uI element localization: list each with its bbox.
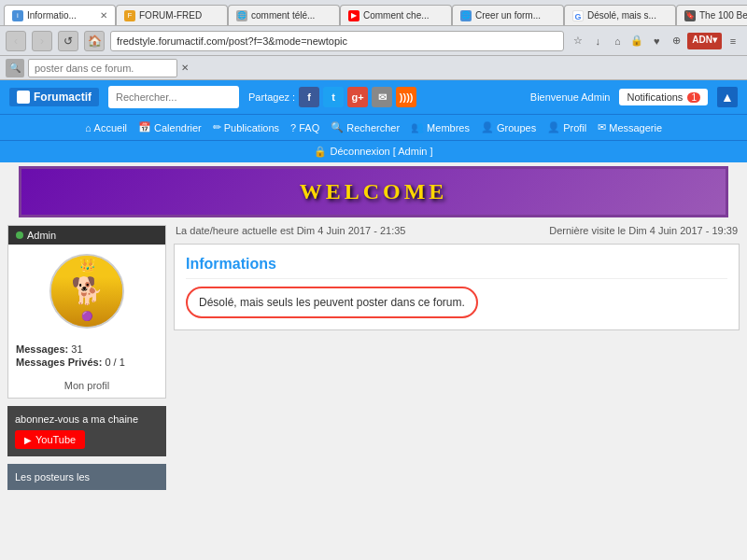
messagerie-icon: ✉ (598, 121, 606, 133)
notifications-label: Notifications (627, 91, 683, 103)
messagerie-label: Messagerie (609, 122, 662, 133)
messages-prives-label: Messages Privés: (16, 357, 102, 368)
sidebar-widget-1: abonnez-vous a ma chaine ▶ YouTube (7, 406, 166, 456)
twitter-button[interactable]: t (323, 87, 344, 107)
email-button[interactable]: ✉ (372, 87, 392, 107)
forum-logo[interactable]: Forumactif (9, 88, 99, 106)
avatar-container: 🐕 👑 🟣 (8, 245, 165, 338)
welcome-banner: WELCOME (19, 166, 728, 217)
tab-2[interactable]: F FORUM-FRED (116, 5, 228, 25)
bookmark-icon[interactable]: ☆ (570, 33, 586, 49)
profil-label: Profil (563, 122, 586, 133)
cape-detail: 🟣 (81, 311, 92, 321)
nav-faq[interactable]: ? FAQ (290, 122, 319, 133)
deconnexion-label: Déconnexion [ Admin ] (330, 146, 432, 157)
tab-title-4: Comment che... (363, 10, 430, 21)
lock-nav-icon: 🔒 (314, 146, 327, 157)
search-close-icon[interactable]: ✕ (181, 63, 189, 73)
nav-membres[interactable]: 👥 Membres (411, 121, 470, 133)
tab-5[interactable]: 🌐 Creer un form... (452, 5, 564, 25)
tab-3[interactable]: 🌐 comment télé... (228, 5, 340, 25)
tab-title-6: Désolé, mais s... (587, 10, 656, 21)
rechercher-label: Rechercher (346, 122, 400, 133)
home-addr-icon[interactable]: ⌂ (609, 33, 626, 49)
nav-sub: 🔒 Déconnexion [ Admin ] (0, 140, 747, 162)
info-title: Informations (186, 256, 727, 279)
search-input[interactable] (28, 59, 177, 77)
messages-prives-count: 0 / 1 (105, 357, 124, 368)
tab-title-3: comment télé... (251, 10, 315, 21)
tab-6[interactable]: G Désolé, mais s... (564, 5, 676, 25)
lock-icon[interactable]: 🔒 (628, 33, 645, 49)
user-stats: Messages: 31 Messages Privés: 0 / 1 (8, 338, 165, 373)
tab-4[interactable]: ▶ Comment che... (340, 5, 452, 25)
notifications-count: 1 (687, 92, 700, 103)
messages-count: 31 (71, 343, 82, 355)
youtube-icon: ▶ (24, 435, 32, 445)
search-nav-icon: 🔍 (331, 121, 344, 133)
tab-title-2: FORUM-FRED (139, 10, 202, 21)
nav-calendrier[interactable]: 📅 Calendrier (138, 121, 202, 133)
tab-7[interactable]: 🔖 The 100 Best B... (676, 5, 747, 25)
derniere-visite: Dernière visite le Dim 4 Juin 2017 - 19:… (549, 225, 738, 236)
tab-favicon-3: 🌐 (236, 10, 247, 21)
logo-text: Forumactif (34, 91, 92, 104)
facebook-button[interactable]: f (299, 87, 319, 107)
home-button[interactable]: 🏠 (84, 31, 105, 51)
tab-title-5: Creer un form... (475, 10, 541, 21)
page-content: Forumactif Partagez : f t g+ ✉ )))) Bien… (0, 80, 747, 560)
notifications-button[interactable]: Notifications 1 (619, 89, 708, 105)
messages-label: Messages: (16, 343, 68, 355)
forward-button[interactable]: › (32, 31, 52, 51)
googleplus-button[interactable]: g+ (347, 87, 368, 107)
widget2-title: Les posteurs les (15, 471, 159, 483)
nav-profil[interactable]: 👤 Profil (547, 121, 586, 133)
nav-publications[interactable]: ✏ Publications (213, 121, 279, 133)
tab-title: Informatio... (27, 10, 77, 21)
addon-button[interactable]: ADN▾ (687, 33, 722, 49)
address-bar[interactable]: fredstyle.forumactif.com/post?f=3&mode=n… (110, 31, 564, 51)
forum-search-input[interactable] (108, 86, 239, 108)
user-panel: Admin 🐕 👑 🟣 Messages: (7, 225, 166, 399)
tab-favicon-2: F (124, 10, 135, 21)
info-message-container: Désolé, mais seuls les peuvent poster da… (186, 287, 478, 318)
nav-deconnexion[interactable]: 🔒 Déconnexion [ Admin ] (314, 146, 432, 158)
faq-label: FAQ (299, 122, 319, 133)
nav-rechercher[interactable]: 🔍 Rechercher (331, 121, 400, 133)
tab-favicon-6: G (572, 10, 584, 21)
publications-label: Publications (224, 122, 279, 133)
share-label: Partagez : (248, 91, 295, 103)
download-icon[interactable]: ↓ (589, 33, 606, 49)
arrow-up-icon[interactable]: ▲ (717, 87, 738, 107)
rss-button[interactable]: )))) (396, 87, 416, 107)
tab-active[interactable]: i Informatio... ✕ (4, 5, 116, 25)
pencil-icon: ✏ (213, 121, 221, 133)
calendar-icon: 📅 (138, 121, 151, 133)
title-bar: i Informatio... ✕ F FORUM-FRED 🌐 comment… (0, 0, 747, 26)
bookmark2-icon[interactable]: ♥ (648, 33, 665, 49)
bienvenue-text: Bienvenue Admin (530, 91, 611, 103)
logo-icon (17, 91, 30, 104)
tab-favicon-4: ▶ (348, 10, 359, 21)
share-icon[interactable]: ⊕ (668, 33, 684, 49)
membres-icon: 👥 (411, 121, 424, 133)
nav-accueil[interactable]: ⌂ Accueil (85, 122, 127, 133)
back-button[interactable]: ‹ (6, 31, 26, 51)
menu-icon[interactable]: ≡ (725, 33, 741, 49)
profile-link[interactable]: Mon profil (64, 380, 109, 391)
reload-button[interactable]: ↺ (58, 31, 78, 51)
user-panel-header: Admin (8, 226, 165, 245)
tab-title-7: The 100 Best B... (699, 10, 747, 21)
address-icons: ☆ ↓ ⌂ 🔒 ♥ ⊕ ADN▾ ≡ (570, 33, 741, 49)
groupes-label: Groupes (497, 122, 536, 133)
nav-messagerie[interactable]: ✉ Messagerie (598, 121, 662, 133)
tab-bar: i Informatio... ✕ F FORUM-FRED 🌐 comment… (4, 0, 747, 25)
youtube-button[interactable]: ▶ YouTube (15, 430, 85, 449)
tab-favicon-5: 🌐 (460, 10, 472, 21)
membres-label: Membres (427, 122, 470, 133)
share-section: Partagez : f t g+ ✉ )))) (248, 87, 416, 107)
nav-groupes[interactable]: 👤 Groupes (481, 121, 536, 133)
close-icon[interactable]: ✕ (100, 10, 107, 21)
welcome-text: WELCOME (300, 179, 448, 204)
nav-bar: ‹ › ↺ 🏠 fredstyle.forumactif.com/post?f=… (0, 26, 747, 56)
